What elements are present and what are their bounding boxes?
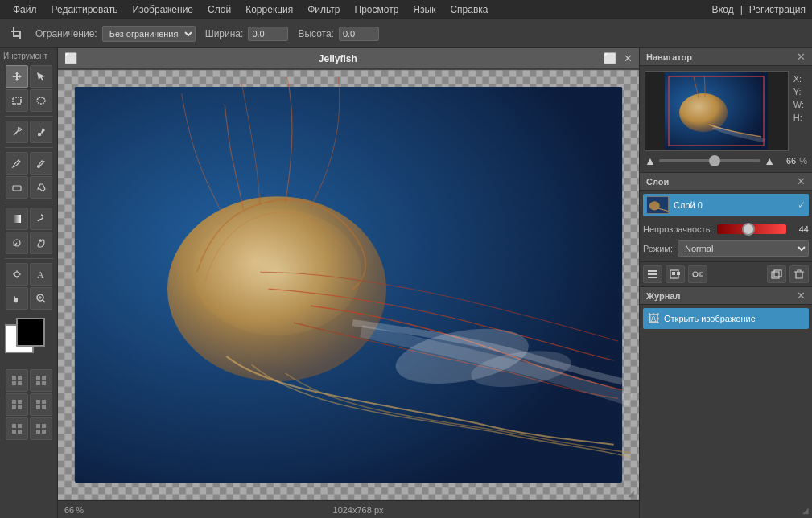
svg-rect-46 [36, 424, 40, 428]
grid-btn-4[interactable] [30, 393, 52, 416]
layer-name: Слой 0 [674, 200, 793, 210]
canvas-wrapper[interactable]: ◢ [58, 69, 639, 500]
canvas-expand-btn[interactable]: ⬜ [64, 52, 77, 64]
grid-btn-3[interactable] [6, 393, 28, 416]
navigator-preview-image [665, 72, 768, 150]
navigator-title: Навигатор [646, 52, 692, 62]
login-link[interactable]: Вход [712, 4, 734, 15]
svg-text:A: A [37, 269, 44, 280]
path-tool[interactable] [6, 263, 28, 286]
menu-edit[interactable]: Редактировать [45, 2, 125, 17]
resize-handle[interactable]: ◢ [628, 489, 637, 499]
svg-rect-27 [18, 376, 22, 380]
navigator-close-btn[interactable]: ✕ [797, 51, 806, 63]
hand-tool[interactable] [6, 287, 28, 310]
layer-new-btn[interactable] [666, 265, 685, 283]
tool-sep-2 [5, 147, 53, 148]
zoom-out-btn[interactable]: ▲ [645, 154, 656, 167]
text-tool[interactable]: A [30, 263, 52, 286]
tool-row-5 [6, 176, 52, 199]
layer-row[interactable]: Слой 0 ✓ [643, 194, 809, 216]
right-resize-handle[interactable]: ◢ [802, 506, 809, 515]
pencil-tool[interactable] [6, 152, 28, 175]
eraser-tool[interactable] [6, 176, 28, 199]
canvas-titlebar: ⬜ Jellyfish ⬜ ✕ [58, 48, 639, 69]
svg-point-72 [693, 272, 698, 277]
status-zoom-group: 66 % [64, 505, 84, 515]
menu-layer[interactable]: Слой [201, 2, 237, 17]
grid-btn-6[interactable] [30, 417, 52, 440]
canvas-maximize-btn[interactable]: ⬜ [604, 52, 616, 64]
wand-tool[interactable] [6, 121, 28, 143]
toolbar: Ограничение: Без ограничения Ширина: Выс… [0, 19, 812, 48]
zoom-tool[interactable] [30, 287, 52, 310]
svg-line-8 [18, 127, 19, 128]
canvas-title: Jellyfish [77, 53, 599, 64]
journal-close-btn[interactable]: ✕ [797, 290, 806, 302]
menu-correction[interactable]: Коррекция [239, 2, 299, 17]
canvas-close-btn[interactable]: ✕ [624, 52, 633, 64]
svg-rect-2 [19, 31, 21, 39]
opacity-row: Непрозрачность: 44 [640, 220, 812, 239]
height-group: Высота: [298, 27, 379, 41]
mode-label: Режим: [643, 244, 673, 253]
opacity-thumb[interactable] [742, 223, 755, 236]
svg-rect-68 [648, 277, 657, 278]
grid-btn-5[interactable] [6, 417, 28, 440]
opacity-value: 44 [791, 224, 809, 234]
layers-panel: Слои ✕ Слой 0 ✓ Непрозрач [640, 173, 812, 287]
main-area: Инструмент [0, 48, 812, 518]
mode-row: Режим: Normal Multiply Screen Overlay [640, 239, 812, 261]
journal-item[interactable]: 🖼 Открыть изображение [643, 308, 809, 329]
menu-language[interactable]: Язык [406, 2, 442, 17]
tool-sep-1 [5, 116, 53, 117]
svg-rect-42 [12, 424, 16, 428]
color-swatches[interactable] [5, 318, 53, 356]
tool-row-9 [6, 287, 52, 310]
opacity-slider[interactable] [717, 224, 786, 234]
svg-rect-26 [12, 376, 16, 380]
layer-delete-btn[interactable] [789, 265, 809, 283]
layers-close-btn[interactable]: ✕ [797, 175, 806, 187]
menu-help[interactable]: Справка [443, 2, 494, 17]
width-input[interactable] [248, 27, 288, 41]
menu-image[interactable]: Изображение [126, 2, 200, 17]
svg-rect-45 [18, 430, 22, 434]
select-tool[interactable] [30, 65, 52, 88]
nav-h-label: H: [793, 113, 802, 122]
layer-list-btn[interactable] [643, 265, 662, 283]
burn-tool[interactable] [30, 232, 52, 254]
svg-rect-37 [18, 405, 22, 409]
svg-rect-48 [36, 430, 40, 434]
menu-file[interactable]: Файл [6, 2, 43, 17]
eyedrop-tool[interactable] [30, 121, 52, 143]
brush-tool[interactable] [30, 152, 52, 175]
constraint-group: Ограничение: Без ограничения [35, 26, 196, 42]
constraint-select[interactable]: Без ограничения [102, 26, 196, 42]
smudge-tool[interactable] [30, 208, 52, 230]
foreground-color[interactable] [16, 318, 45, 347]
height-input[interactable] [339, 27, 379, 41]
gradient-tool[interactable] [6, 208, 28, 230]
layer-visibility-icon[interactable]: ✓ [798, 199, 806, 211]
layer-effects-btn[interactable] [688, 265, 707, 283]
svg-rect-73 [772, 272, 779, 278]
menu-filter[interactable]: Фильтр [301, 2, 346, 17]
dodge-tool[interactable] [6, 232, 28, 254]
paint-bucket-tool[interactable] [30, 176, 52, 199]
lasso-tool[interactable] [30, 89, 52, 112]
register-link[interactable]: Регистрация [749, 4, 806, 15]
move-tool[interactable] [6, 65, 28, 88]
rect-select-tool[interactable] [6, 89, 28, 112]
mode-select[interactable]: Normal Multiply Screen Overlay [678, 240, 809, 257]
layers-title: Слои [646, 177, 669, 187]
status-zoom-value: 66 [64, 505, 74, 515]
layer-duplicate-btn[interactable] [767, 265, 786, 283]
nav-x-label: X: [793, 74, 802, 84]
zoom-in-btn[interactable]: ▲ [764, 154, 775, 167]
grid-btn-1[interactable] [6, 369, 28, 392]
navigator-zoom-thumb[interactable] [709, 155, 720, 166]
menu-view[interactable]: Просмотр [348, 2, 406, 17]
navigator-zoom-slider[interactable] [659, 159, 761, 162]
grid-btn-2[interactable] [30, 369, 52, 392]
